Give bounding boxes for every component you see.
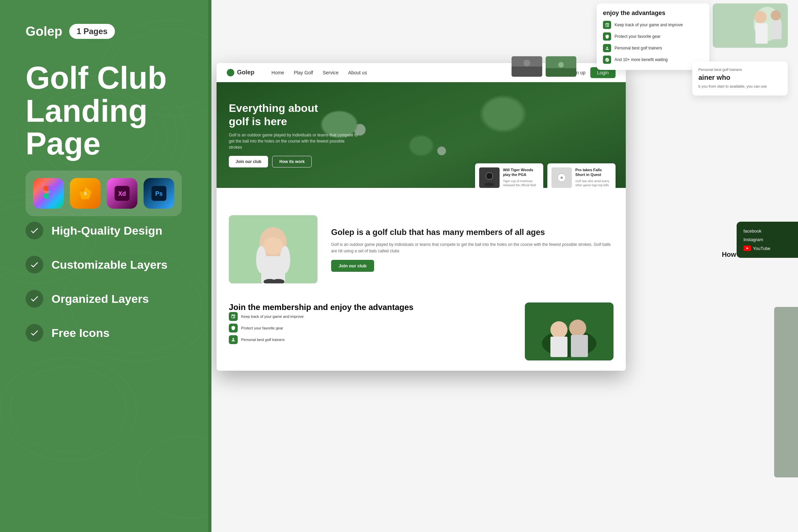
membership-icon-1 bbox=[229, 312, 238, 321]
membership-icon-2 bbox=[229, 324, 238, 332]
trainer-description: b you from start to available, you can u… bbox=[698, 84, 782, 89]
feature-item-3: Organized Layers bbox=[26, 290, 167, 308]
feature-item-4: Free Icons bbox=[26, 324, 167, 342]
feature-label-2: Customizable Layers bbox=[51, 258, 167, 271]
membership-feature-3: Personal best golf trainers bbox=[229, 335, 511, 344]
decorative-side-panel bbox=[774, 307, 798, 477]
svg-point-44 bbox=[754, 11, 767, 23]
check-icon-1 bbox=[26, 222, 43, 239]
svg-point-23 bbox=[486, 173, 493, 179]
advantage-icon-4 bbox=[603, 56, 611, 64]
xd-icon: Xd bbox=[107, 178, 137, 209]
svg-point-53 bbox=[558, 62, 564, 68]
advantages-title: enjoy the advantages bbox=[603, 10, 703, 17]
about-content: Golep is a golf club that has many membe… bbox=[331, 227, 614, 272]
hero-title: Everything about golf is here bbox=[229, 102, 358, 128]
social-instagram[interactable]: Instagram bbox=[743, 237, 791, 242]
social-panel: facebook Instagram YouTube bbox=[737, 222, 798, 258]
hero-section: Everything about golf is here Golf is an… bbox=[217, 82, 626, 188]
tools-row: S Xd Ps bbox=[26, 171, 182, 216]
social-youtube[interactable]: YouTube bbox=[753, 246, 770, 251]
news-card-image-1 bbox=[479, 167, 500, 188]
about-section: Golep is a golf club that has many membe… bbox=[217, 188, 626, 296]
news-card-1: Will Tiger Woods play the PGA Tiger cup … bbox=[475, 163, 543, 188]
nav-about[interactable]: About us bbox=[348, 70, 367, 75]
svg-text:Ps: Ps bbox=[155, 190, 163, 197]
feature-label-1: High-Quality Design bbox=[51, 224, 162, 237]
news-card-image-2 bbox=[551, 167, 572, 188]
membership-section: Join the membership and enjoy the advant… bbox=[217, 296, 626, 371]
svg-point-38 bbox=[550, 321, 567, 338]
advantage-item-1: Keep track of your game and improve bbox=[603, 21, 703, 29]
feature-label-3: Organized Layers bbox=[51, 292, 149, 306]
advantage-item-2: Protect your favorite gear bbox=[603, 32, 703, 41]
nav-service[interactable]: Service bbox=[323, 70, 339, 75]
brand-area: Golep 1 Pages bbox=[26, 24, 115, 39]
feature-item-2: Customizable Layers bbox=[26, 256, 167, 274]
svg-rect-52 bbox=[546, 68, 576, 77]
check-icon-3 bbox=[26, 290, 43, 308]
golf-thumb-1 bbox=[512, 56, 542, 77]
svg-point-24 bbox=[484, 183, 494, 186]
svg-rect-40 bbox=[550, 337, 567, 357]
svg-marker-54 bbox=[747, 247, 749, 249]
hero-buttons: Join our club How its work bbox=[229, 156, 358, 167]
page-title: Golf Club Landing Page bbox=[26, 61, 189, 160]
membership-feature-text-1: Keep track of your game and improve bbox=[241, 314, 304, 319]
advantage-text-2: Protect your favorite gear bbox=[615, 34, 661, 39]
check-icon-4 bbox=[26, 324, 43, 342]
ps-icon: Ps bbox=[144, 178, 174, 209]
svg-point-30 bbox=[263, 237, 283, 254]
features-list: High-Quality Design Customizable Layers … bbox=[26, 222, 167, 358]
nav-links: Home Play Golf Service About us bbox=[271, 70, 367, 75]
svg-point-27 bbox=[561, 177, 563, 179]
sketch-icon: S bbox=[70, 178, 101, 209]
svg-point-33 bbox=[280, 246, 290, 273]
news-card-text-2: Pro takes Falls Short in Quest Golf star… bbox=[575, 167, 611, 188]
svg-rect-47 bbox=[771, 20, 782, 39]
how-it-works-button[interactable]: How its work bbox=[272, 156, 312, 167]
news-card-text-1: Will Tiger Woods play the PGA Tiger cup … bbox=[503, 167, 539, 188]
nav-brand: Golep bbox=[237, 69, 254, 76]
svg-rect-45 bbox=[755, 23, 768, 44]
svg-text:S: S bbox=[84, 191, 87, 196]
membership-image bbox=[525, 302, 614, 360]
advantage-text-4: And 10+ more benefit waiting bbox=[615, 57, 668, 62]
join-club-about-button[interactable]: Join our club bbox=[331, 260, 374, 272]
pages-badge: 1 Pages bbox=[69, 24, 115, 39]
join-club-button[interactable]: Join our club bbox=[229, 156, 268, 167]
main-heading: Golf Club Landing Page bbox=[26, 61, 189, 160]
hero-description: Golf is an outdoor game played by indivi… bbox=[229, 132, 358, 150]
svg-point-46 bbox=[771, 10, 781, 20]
nav-home[interactable]: Home bbox=[271, 70, 284, 75]
left-panel: Golep 1 Pages Golf Club Landing Page bbox=[0, 0, 208, 532]
membership-content: Join the membership and enjoy the advant… bbox=[229, 302, 511, 347]
social-youtube-row: YouTube bbox=[743, 246, 791, 251]
advantages-image bbox=[713, 3, 788, 48]
membership-feature-text-3: Personal best golf trainers bbox=[241, 338, 285, 342]
hero-content: Everything about golf is here Golf is an… bbox=[229, 102, 358, 167]
nav-playgolf[interactable]: Play Golf bbox=[294, 70, 313, 75]
youtube-icon bbox=[743, 246, 751, 251]
advantages-card: enjoy the advantages Keep track of your … bbox=[597, 3, 709, 70]
membership-feature-text-2: Protect your favorite gear bbox=[241, 326, 283, 330]
svg-rect-41 bbox=[571, 335, 588, 357]
svg-text:Xd: Xd bbox=[118, 190, 126, 197]
advantage-icon-3 bbox=[603, 44, 611, 52]
trainer-title: ainer who bbox=[698, 74, 782, 82]
svg-point-37 bbox=[542, 330, 596, 357]
svg-point-11 bbox=[10, 367, 126, 452]
check-icon-2 bbox=[26, 256, 43, 274]
about-title: Golep is a golf club that has many membe… bbox=[331, 227, 614, 237]
trainer-card: Personal best golf trainers ainer who b … bbox=[692, 61, 788, 95]
svg-point-12 bbox=[136, 437, 208, 518]
logo-dot bbox=[227, 69, 234, 76]
membership-feature-1: Keep track of your game and improve bbox=[229, 312, 511, 321]
advantage-text-3: Personal best golf trainers bbox=[615, 46, 662, 50]
trainer-section-label: Personal best golf trainers bbox=[698, 68, 782, 72]
social-facebook[interactable]: facebook bbox=[743, 228, 791, 234]
svg-rect-49 bbox=[512, 66, 542, 77]
about-description: Golf is an outdoor game played by indivi… bbox=[331, 241, 614, 254]
golf-thumb-2 bbox=[546, 56, 576, 77]
nav-logo: Golep bbox=[227, 69, 254, 76]
